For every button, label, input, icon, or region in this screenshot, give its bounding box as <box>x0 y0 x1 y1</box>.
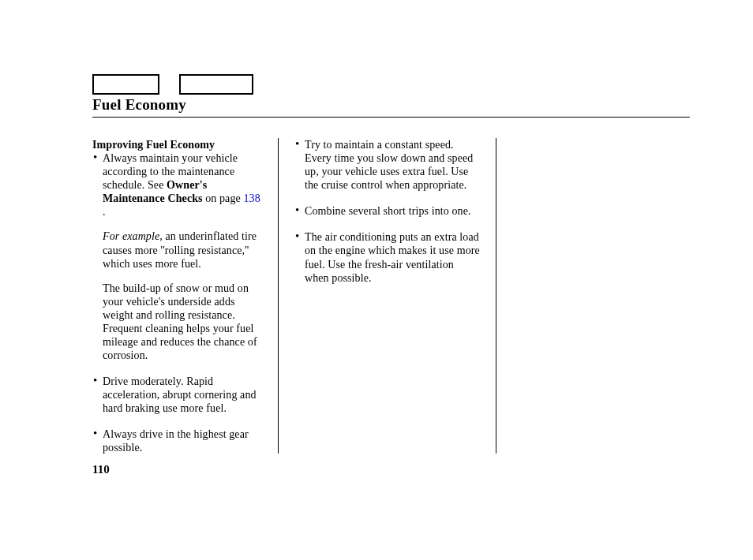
title-rule <box>92 117 690 118</box>
bullet-list: Try to maintain a constant speed. Every … <box>294 138 480 285</box>
column-1: Improving Fuel Economy Always maintain y… <box>92 138 278 454</box>
column-gap <box>279 138 294 454</box>
bullet-text: on page <box>203 192 244 204</box>
column-2: Try to maintain a constant speed. Every … <box>294 138 480 454</box>
bullet-item: Drive moderately. Rapid acceleration, ab… <box>92 375 262 415</box>
column-subhead: Improving Fuel Economy <box>92 138 262 151</box>
stamp-box-1 <box>92 74 159 95</box>
italic-text: For example, <box>103 230 163 242</box>
title-block: Fuel Economy <box>92 96 690 118</box>
header-stamps <box>92 74 253 95</box>
bullet-list: Always maintain your vehicle according t… <box>92 151 262 454</box>
bullet-item: Combine several short trips into one. <box>294 204 480 218</box>
page-number: 110 <box>92 463 110 476</box>
bullet-item: The air conditioning puts an extra load … <box>294 230 480 284</box>
stamp-box-2 <box>179 74 253 95</box>
column-gap <box>480 138 496 454</box>
bullet-item: Always maintain your vehicle according t… <box>92 151 262 362</box>
section-title: Fuel Economy <box>92 96 690 114</box>
sub-paragraph: For example, an underinflated tire cause… <box>103 230 262 270</box>
page-link[interactable]: 138 <box>243 192 260 204</box>
bullet-item: Always drive in the highest gear possibl… <box>92 427 262 454</box>
manual-page: Fuel Economy Improving Fuel Economy Alwa… <box>0 0 753 560</box>
columns: Improving Fuel Economy Always maintain y… <box>92 138 690 454</box>
bullet-text: . <box>103 206 106 218</box>
sub-paragraph: The build-up of snow or mud on your vehi… <box>103 282 262 362</box>
column-divider <box>496 138 496 454</box>
bullet-item: Try to maintain a constant speed. Every … <box>294 138 480 192</box>
